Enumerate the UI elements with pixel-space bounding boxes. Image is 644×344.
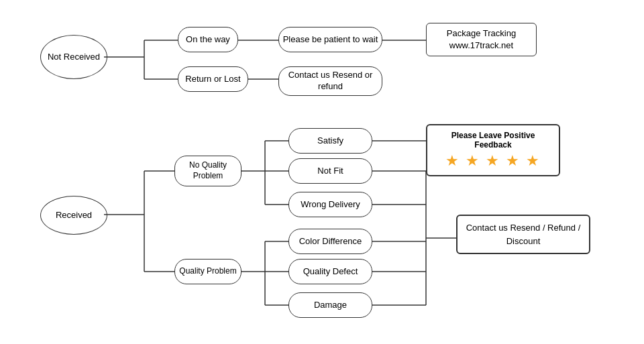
color-difference-node: Color Difference — [288, 229, 372, 254]
received-node: Received — [40, 196, 107, 235]
package-tracking-node: Package Tracking www.17track.net — [426, 23, 537, 56]
not-received-node: Not Received — [40, 35, 107, 79]
positive-feedback-text: Please Leave Positive Feedback — [435, 131, 551, 150]
no-quality-problem-node: No Quality Problem — [174, 156, 241, 186]
contact-resend-refund2-text: Contact us Resend / Refund / Discount — [466, 221, 581, 247]
return-or-lost-node: Return or Lost — [178, 66, 248, 92]
contact-resend-refund2-box: Contact us Resend / Refund / Discount — [456, 215, 590, 254]
satisfy-node: Satisfy — [288, 128, 372, 154]
diagram: Not Received On the way Return or Lost P… — [0, 0, 644, 344]
damage-node: Damage — [288, 292, 372, 318]
on-the-way-node: On the way — [178, 27, 238, 52]
wrong-delivery-node: Wrong Delivery — [288, 192, 372, 217]
patient-wait-node: Please be patient to wait — [278, 27, 382, 52]
quality-defect-node: Quality Defect — [288, 259, 372, 284]
not-fit-node: Not Fit — [288, 158, 372, 184]
positive-feedback-box: Please Leave Positive Feedback ★ ★ ★ ★ ★ — [426, 124, 560, 176]
quality-problem-node: Quality Problem — [174, 259, 241, 284]
star-rating: ★ ★ ★ ★ ★ — [435, 152, 551, 170]
contact-resend-refund-node: Contact us Resend or refund — [278, 66, 382, 96]
